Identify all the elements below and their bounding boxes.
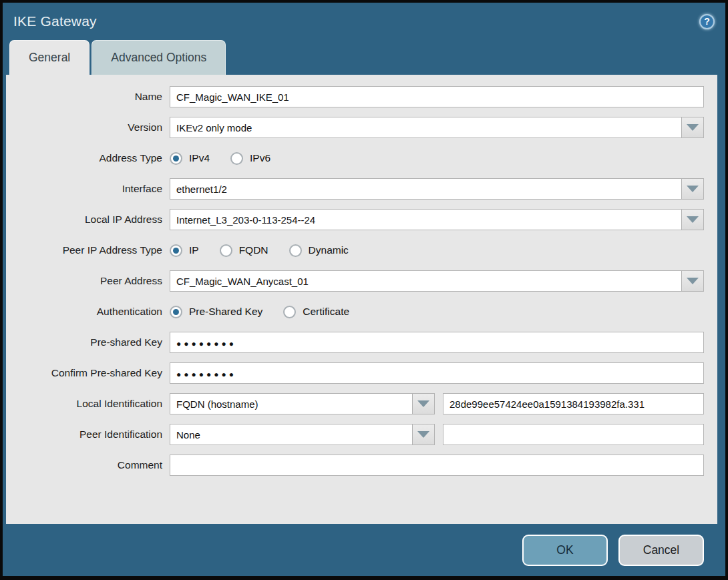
interface-dropdown [170, 178, 704, 200]
radio-unselected-icon [283, 306, 296, 318]
local-identification-value-input[interactable] [443, 393, 704, 414]
comment-row: Comment [6, 455, 704, 476]
peer-identification-dropdown-button[interactable] [412, 424, 435, 445]
name-input[interactable] [170, 86, 704, 107]
version-dropdown-button[interactable] [681, 117, 704, 138]
authentication-radio-group: Pre-Shared Key Certificate [170, 306, 349, 318]
authentication-certificate-radio[interactable]: Certificate [283, 306, 349, 318]
local-ip-row: Local IP Address [6, 209, 704, 230]
address-type-row: Address Type IPv4 IPv6 [6, 148, 704, 169]
name-row: Name [6, 86, 704, 107]
chevron-down-icon [687, 124, 699, 131]
tab-bar: General Advanced Options [3, 40, 725, 75]
radio-unselected-icon [230, 152, 243, 165]
peer-address-input[interactable] [170, 270, 682, 292]
peer-ip-type-ip-radio[interactable]: IP [170, 244, 199, 257]
radio-selected-icon [170, 244, 182, 257]
chevron-down-icon [687, 186, 699, 192]
peer-identification-value-input[interactable] [443, 424, 704, 445]
authentication-row: Authentication Pre-Shared Key Certificat… [6, 301, 704, 322]
address-type-label: Address Type [6, 152, 170, 164]
peer-address-label: Peer Address [6, 275, 170, 287]
name-label: Name [6, 91, 170, 103]
peer-ip-type-dynamic-radio[interactable]: Dynamic [289, 244, 349, 257]
radio-unselected-icon [289, 244, 302, 257]
chevron-down-icon [687, 278, 699, 284]
peer-ip-type-radio-group: IP FQDN Dynamic [170, 244, 349, 257]
cancel-button[interactable]: Cancel [618, 535, 704, 566]
version-dropdown [170, 117, 704, 138]
interface-input[interactable] [170, 178, 682, 200]
local-ip-dropdown-button[interactable] [681, 209, 704, 230]
peer-ip-type-row: Peer IP Address Type IP FQDN [6, 240, 704, 261]
local-identification-type-input[interactable] [170, 393, 413, 414]
peer-identification-label: Peer Identification [6, 428, 170, 441]
radio-unselected-icon [220, 244, 232, 257]
general-tab-panel: Name Version Addr [6, 75, 717, 524]
help-icon[interactable]: ? [699, 14, 715, 29]
peer-identification-type-dropdown [170, 424, 435, 445]
ike-gateway-dialog: IKE Gateway ? General Advanced Options N… [0, 0, 728, 580]
local-ip-dropdown [170, 209, 704, 230]
tab-advanced-options[interactable]: Advanced Options [92, 40, 226, 75]
preshared-key-label: Pre-shared Key [6, 336, 170, 348]
footer-bar: OK Cancel [3, 524, 725, 576]
local-ip-input[interactable] [170, 209, 682, 230]
confirm-preshared-key-row: Confirm Pre-shared Key [6, 362, 704, 384]
local-identification-row: Local Identification [6, 393, 704, 414]
dialog-title: IKE Gateway [13, 13, 97, 29]
preshared-key-row: Pre-shared Key [6, 332, 704, 353]
dialog-frame: IKE Gateway ? General Advanced Options N… [3, 3, 725, 576]
chevron-down-icon [687, 216, 699, 223]
peer-identification-row: Peer Identification [6, 424, 704, 445]
peer-address-row: Peer Address [6, 270, 704, 292]
confirm-preshared-key-input[interactable] [170, 362, 704, 384]
version-input[interactable] [170, 117, 682, 138]
authentication-label: Authentication [6, 306, 170, 318]
preshared-key-input[interactable] [170, 332, 704, 353]
local-identification-type-dropdown [170, 393, 435, 414]
title-bar: IKE Gateway ? [3, 3, 725, 40]
radio-selected-icon [170, 306, 182, 318]
interface-row: Interface [6, 178, 704, 200]
radio-selected-icon [170, 152, 182, 165]
peer-address-dropdown-button[interactable] [681, 270, 704, 292]
peer-address-dropdown [170, 270, 704, 292]
interface-dropdown-button[interactable] [681, 178, 704, 200]
local-ip-label: Local IP Address [6, 214, 170, 226]
tab-general[interactable]: General [9, 40, 89, 75]
authentication-preshared-key-radio[interactable]: Pre-Shared Key [170, 306, 262, 318]
peer-identification-type-input[interactable] [170, 424, 413, 445]
address-type-radio-group: IPv4 IPv6 [170, 152, 270, 165]
peer-ip-type-fqdn-radio[interactable]: FQDN [220, 244, 268, 257]
peer-ip-type-label: Peer IP Address Type [6, 244, 170, 256]
interface-label: Interface [6, 183, 170, 195]
ok-button[interactable]: OK [522, 535, 608, 566]
version-row: Version [6, 117, 704, 138]
chevron-down-icon [417, 400, 429, 407]
confirm-preshared-key-label: Confirm Pre-shared Key [6, 367, 170, 379]
comment-label: Comment [6, 459, 170, 471]
chevron-down-icon [417, 431, 429, 438]
version-label: Version [6, 121, 170, 133]
local-identification-dropdown-button[interactable] [412, 393, 435, 414]
address-type-ipv6-radio[interactable]: IPv6 [230, 152, 270, 165]
address-type-ipv4-radio[interactable]: IPv4 [170, 152, 210, 165]
local-identification-label: Local Identification [6, 398, 170, 410]
comment-input[interactable] [170, 455, 704, 476]
